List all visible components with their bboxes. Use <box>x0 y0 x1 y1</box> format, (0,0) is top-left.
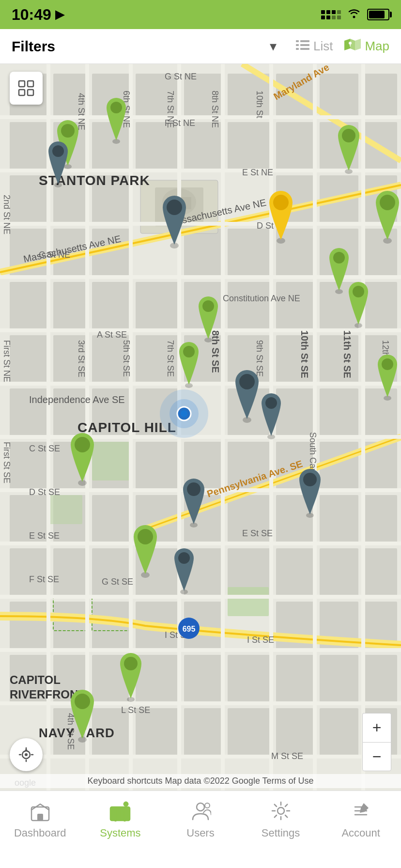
svg-marker-8 <box>344 39 350 50</box>
nav-item-systems[interactable]: Systems <box>80 799 161 839</box>
svg-text:CAPITOL: CAPITOL <box>10 673 61 686</box>
bottom-nav: Dashboard Systems <box>0 790 401 868</box>
svg-rect-260 <box>37 814 43 821</box>
svg-text:7th St SE: 7th St SE <box>166 340 175 377</box>
svg-text:C St SE: C St SE <box>29 444 60 453</box>
svg-text:E St SE: E St SE <box>242 528 273 538</box>
svg-rect-117 <box>363 655 397 703</box>
svg-text:E St NE: E St NE <box>242 168 273 177</box>
svg-point-254 <box>273 195 289 210</box>
svg-rect-72 <box>320 388 358 437</box>
svg-rect-102 <box>53 602 87 650</box>
dashboard-icon <box>28 799 52 823</box>
map-container[interactable]: G St NE F St NE E St NE D St C St NE A S… <box>0 64 401 790</box>
svg-rect-31 <box>276 122 315 170</box>
svg-rect-25 <box>10 122 48 170</box>
nav-label-systems: Systems <box>100 827 140 839</box>
svg-point-0 <box>353 16 355 18</box>
status-icons <box>321 7 389 22</box>
svg-point-228 <box>183 346 195 357</box>
svg-marker-258 <box>24 748 28 752</box>
nav-item-dashboard[interactable]: Dashboard <box>0 799 80 839</box>
svg-rect-30 <box>228 122 271 170</box>
svg-text:2nd St NE: 2nd St NE <box>2 195 12 234</box>
nav-item-settings[interactable]: Settings <box>241 799 321 839</box>
svg-rect-29 <box>184 122 223 170</box>
svg-point-270 <box>123 802 128 806</box>
svg-text:3rd St SE: 3rd St SE <box>77 340 86 377</box>
zoom-out-button[interactable]: − <box>362 742 391 771</box>
svg-rect-13 <box>19 90 25 95</box>
svg-point-226 <box>202 300 214 312</box>
svg-rect-14 <box>28 90 33 95</box>
svg-point-242 <box>167 200 182 215</box>
nav-item-users[interactable]: Users <box>160 799 241 839</box>
status-time: 10:49 ▶ <box>12 6 64 24</box>
list-view-label: List <box>313 39 333 54</box>
svg-rect-132 <box>92 442 131 480</box>
svg-rect-94 <box>92 548 131 597</box>
svg-rect-51 <box>136 282 179 330</box>
svg-rect-56 <box>363 282 397 330</box>
svg-rect-4 <box>300 44 309 46</box>
svg-rect-28 <box>136 122 179 170</box>
chevron-down-icon[interactable]: ▾ <box>270 38 277 54</box>
svg-point-218 <box>342 129 355 142</box>
svg-point-244 <box>239 374 255 389</box>
svg-text:NAVY YARD: NAVY YARD <box>39 726 115 740</box>
svg-rect-122 <box>228 708 271 757</box>
svg-rect-27 <box>92 122 131 170</box>
svg-rect-90 <box>320 495 358 543</box>
svg-text:7th St NE: 7th St NE <box>166 91 175 128</box>
svg-rect-6 <box>300 48 309 50</box>
svg-rect-112 <box>136 655 179 703</box>
nav-item-account[interactable]: Account <box>321 799 401 839</box>
svg-point-222 <box>333 252 345 264</box>
svg-rect-114 <box>228 655 271 703</box>
svg-rect-5 <box>296 48 299 50</box>
svg-rect-120 <box>136 708 179 757</box>
svg-rect-124 <box>320 708 358 757</box>
svg-rect-98 <box>276 548 315 597</box>
svg-point-250 <box>178 552 190 564</box>
svg-rect-54 <box>276 282 315 330</box>
svg-point-232 <box>382 358 393 370</box>
wifi-icon <box>347 7 361 22</box>
svg-text:F St SE: F St SE <box>29 574 59 584</box>
svg-text:First St NE: First St NE <box>2 340 12 382</box>
svg-point-212 <box>181 410 187 417</box>
battery-icon <box>367 9 389 20</box>
svg-point-238 <box>75 694 90 709</box>
svg-rect-11 <box>19 81 25 87</box>
svg-point-271 <box>197 803 204 811</box>
svg-rect-77 <box>136 442 179 490</box>
map-icon <box>344 38 361 55</box>
svg-point-240 <box>52 145 64 157</box>
svg-rect-24 <box>363 74 397 117</box>
svg-rect-115 <box>276 655 315 703</box>
svg-rect-91 <box>363 495 397 543</box>
svg-point-234 <box>138 529 153 544</box>
svg-rect-23 <box>320 74 358 117</box>
zoom-in-button[interactable]: + <box>362 713 391 742</box>
svg-rect-43 <box>184 229 223 277</box>
map-view-label: Map <box>365 39 389 54</box>
svg-point-216 <box>110 102 122 113</box>
svg-rect-92 <box>10 548 48 597</box>
map-view-button[interactable]: Map <box>344 38 389 55</box>
svg-rect-47 <box>363 229 397 277</box>
nav-label-users: Users <box>186 827 214 839</box>
svg-rect-99 <box>320 548 358 597</box>
svg-point-272 <box>205 803 210 808</box>
svg-rect-57 <box>10 335 48 384</box>
svg-rect-130 <box>228 587 269 616</box>
svg-point-214 <box>61 124 75 138</box>
users-icon <box>188 799 213 823</box>
list-view-button[interactable]: List <box>296 39 333 54</box>
svg-rect-73 <box>363 388 397 437</box>
location-button[interactable] <box>10 738 43 771</box>
svg-text:G St NE: G St NE <box>165 72 197 81</box>
filter-bar: Filters ▾ List <box>0 29 401 64</box>
svg-rect-116 <box>320 655 358 703</box>
map-expand-button[interactable] <box>10 72 43 105</box>
